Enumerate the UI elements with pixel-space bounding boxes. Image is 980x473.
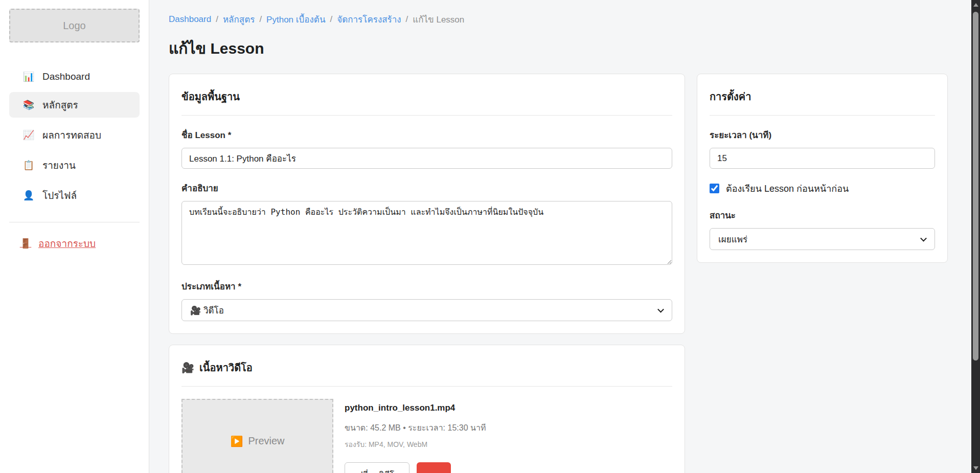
duration-field-group: ระยะเวลา (นาที) — [710, 128, 935, 169]
breadcrumb-dashboard[interactable]: Dashboard — [169, 14, 211, 25]
video-meta: ขนาด: 45.2 MB • ระยะเวลา: 15:30 นาที — [345, 421, 486, 434]
main-content: Dashboard / หลักสูตร / Python เบื้องต้น … — [149, 0, 980, 473]
video-content-card: 🎥 เนื้อหาวิดีโอ ▶️ Preview python_intro_… — [169, 345, 685, 473]
description-label: คำอธิบาย — [181, 181, 672, 195]
video-preview-label: Preview — [248, 435, 284, 447]
sidebar-item-label: รายงาน — [42, 157, 76, 173]
play-button-icon: ▶️ — [230, 435, 243, 447]
arrow-up-icon — [973, 3, 978, 7]
movie-camera-icon: 🎥 — [181, 362, 194, 374]
prerequisite-label: ต้องเรียน Lesson ก่อนหน้าก่อน — [726, 181, 849, 196]
lesson-name-label: ชื่อ Lesson * — [181, 128, 672, 142]
sidebar-item-label: Dashboard — [42, 71, 90, 82]
sidebar-item-label: โปรไฟล์ — [42, 188, 77, 203]
video-file-info: python_intro_lesson1.mp4 ขนาด: 45.2 MB •… — [345, 399, 486, 473]
app-window: Logo 📊 Dashboard 📚 หลักสูตร 📈 ผลการทดสอบ… — [0, 0, 980, 473]
content-type-label: ประเภทเนื้อหา * — [181, 279, 672, 293]
arrow-down-icon — [973, 466, 978, 470]
basic-info-header-text: ข้อมูลพื้นฐาน — [181, 88, 240, 105]
logout-link[interactable]: 🚪 ออกจากระบบ — [9, 236, 140, 251]
scroll-down-button[interactable] — [971, 464, 980, 472]
content-type-select[interactable]: 🎥 วิดีโอ — [181, 299, 672, 321]
chart-increasing-icon: 📈 — [22, 129, 35, 141]
content-type-field-group: ประเภทเนื้อหา * 🎥 วิดีโอ — [181, 279, 672, 321]
logo-text: Logo — [63, 20, 86, 32]
breadcrumb: Dashboard / หลักสูตร / Python เบื้องต้น … — [169, 12, 948, 26]
status-select[interactable]: เผยแพร่ — [710, 228, 935, 250]
settings-header-text: การตั้งค่า — [710, 88, 751, 105]
breadcrumb-structure[interactable]: จัดการโครงสร้าง — [337, 12, 401, 26]
side-column: การตั้งค่า ระยะเวลา (นาที) ต้องเรียน Les… — [697, 74, 948, 263]
vertical-scrollbar[interactable] — [971, 0, 980, 473]
settings-card: การตั้งค่า ระยะเวลา (นาที) ต้องเรียน Les… — [697, 74, 948, 263]
video-content-header: 🎥 เนื้อหาวิดีโอ — [181, 356, 672, 387]
breadcrumb-separator: / — [406, 14, 408, 25]
lesson-name-input[interactable] — [181, 148, 672, 169]
breadcrumb-courses[interactable]: หลักสูตร — [223, 12, 255, 26]
chevron-down-icon — [920, 235, 927, 241]
sidebar-item-reports[interactable]: 📋 รายงาน — [9, 152, 140, 178]
sidebar-nav: 📊 Dashboard 📚 หลักสูตร 📈 ผลการทดสอบ 📋 รา… — [9, 66, 140, 208]
content-columns: ข้อมูลพื้นฐาน ชื่อ Lesson * คำอธิบาย บทเ… — [169, 74, 948, 473]
basic-info-card: ข้อมูลพื้นฐาน ชื่อ Lesson * คำอธิบาย บทเ… — [169, 74, 685, 334]
logout-label: ออกจากระบบ — [38, 236, 96, 251]
prerequisite-row: ต้องเรียน Lesson ก่อนหน้าก่อน — [710, 181, 935, 196]
description-textarea[interactable]: บทเรียนนี้จะอธิบายว่า Python คืออะไร ประ… — [181, 201, 672, 265]
content-type-value: 🎥 วิดีโอ — [190, 303, 224, 317]
video-supported-formats: รองรับ: MP4, MOV, WebM — [345, 439, 486, 450]
breadcrumb-current: แก้ไข Lesson — [413, 12, 464, 26]
change-video-button[interactable]: เปลี่ยนวิดีโอ — [345, 462, 409, 473]
sidebar-item-label: หลักสูตร — [42, 97, 78, 112]
duration-label: ระยะเวลา (นาที) — [710, 128, 935, 142]
sidebar-item-dashboard[interactable]: 📊 Dashboard — [9, 66, 140, 87]
scroll-up-button[interactable] — [971, 1, 980, 9]
bar-chart-icon: 📊 — [22, 71, 35, 82]
main-column: ข้อมูลพื้นฐาน ชื่อ Lesson * คำอธิบาย บทเ… — [169, 74, 685, 473]
sidebar-item-label: ผลการทดสอบ — [42, 127, 101, 143]
sidebar: Logo 📊 Dashboard 📚 หลักสูตร 📈 ผลการทดสอบ… — [0, 0, 149, 473]
sidebar-item-courses[interactable]: 📚 หลักสูตร — [9, 92, 140, 118]
video-row: ▶️ Preview python_intro_lesson1.mp4 ขนาด… — [181, 399, 672, 473]
duration-input[interactable] — [710, 148, 935, 169]
lesson-name-field-group: ชื่อ Lesson * — [181, 128, 672, 169]
delete-video-button[interactable]: ลบ — [417, 462, 451, 473]
settings-header: การตั้งค่า — [710, 85, 935, 116]
scrollbar-thumb[interactable] — [973, 12, 978, 361]
logo: Logo — [9, 9, 140, 42]
clipboard-icon: 📋 — [22, 160, 35, 171]
door-icon: 🚪 — [19, 238, 32, 249]
chevron-down-icon — [657, 306, 664, 312]
video-content-header-text: เนื้อหาวิดีโอ — [199, 359, 253, 376]
basic-info-header: ข้อมูลพื้นฐาน — [181, 85, 672, 116]
status-value: เผยแพร่ — [718, 232, 747, 246]
status-label: สถานะ — [710, 208, 935, 222]
sidebar-divider — [9, 222, 140, 222]
breadcrumb-separator: / — [330, 14, 333, 25]
sidebar-item-test-results[interactable]: 📈 ผลการทดสอบ — [9, 122, 140, 148]
video-filename: python_intro_lesson1.mp4 — [345, 403, 486, 413]
breadcrumb-separator: / — [216, 14, 218, 25]
breadcrumb-course-python[interactable]: Python เบื้องต้น — [266, 12, 325, 26]
video-preview[interactable]: ▶️ Preview — [181, 399, 333, 473]
sidebar-item-profile[interactable]: 👤 โปรไฟล์ — [9, 183, 140, 208]
books-icon: 📚 — [22, 99, 35, 110]
status-field-group: สถานะ เผยแพร่ — [710, 208, 935, 250]
prerequisite-checkbox[interactable] — [710, 184, 719, 193]
breadcrumb-separator: / — [259, 14, 262, 25]
video-buttons: เปลี่ยนวิดีโอ ลบ — [345, 462, 486, 473]
person-icon: 👤 — [22, 190, 35, 201]
page-title: แก้ไข Lesson — [169, 36, 948, 60]
description-field-group: คำอธิบาย บทเรียนนี้จะอธิบายว่า Python คื… — [181, 181, 672, 267]
